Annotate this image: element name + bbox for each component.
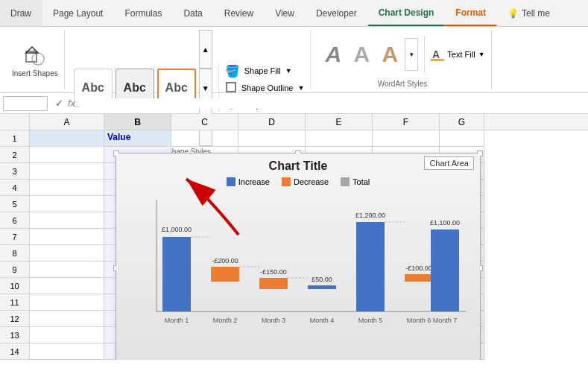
- text-fill-button[interactable]: A Text Fill ▼: [431, 48, 484, 61]
- cell-a2[interactable]: [30, 147, 104, 163]
- legend-increase-dot: [227, 177, 235, 186]
- cell-a14[interactable]: [30, 344, 104, 360]
- name-box[interactable]: [3, 96, 48, 111]
- cell-a5[interactable]: [30, 196, 104, 212]
- bar-month2: [211, 267, 239, 282]
- row-header-1[interactable]: 1: [0, 130, 30, 147]
- label-month3: -£150.00: [260, 268, 287, 276]
- cell-a12[interactable]: [30, 311, 104, 327]
- cell-a4[interactable]: [30, 180, 104, 196]
- xlabel-4: Month 4: [310, 317, 335, 324]
- text-style-more[interactable]: ▾: [405, 38, 418, 71]
- text-fill-options: A Text Fill ▼: [431, 48, 484, 61]
- row-header-5[interactable]: 5: [0, 196, 30, 212]
- row-header-7[interactable]: 7: [0, 229, 30, 245]
- cell-e1[interactable]: [306, 130, 373, 147]
- tab-format[interactable]: Format: [445, 0, 497, 26]
- row-header-6[interactable]: 6: [0, 212, 30, 229]
- column-headers: A B C D E F G: [0, 114, 588, 130]
- row-header-13[interactable]: 13: [0, 327, 30, 344]
- label-month5: £1,200.00: [355, 212, 385, 219]
- shape-outline-icon: [225, 81, 237, 95]
- row-header-11[interactable]: 11: [0, 294, 30, 311]
- text-style-a-1[interactable]: A: [320, 38, 347, 71]
- cell-g1[interactable]: [440, 130, 484, 147]
- shape-outline-dropdown-icon[interactable]: ▼: [297, 84, 304, 92]
- wordart-group-label: WordArt Styles: [378, 80, 428, 89]
- tab-data[interactable]: Data: [173, 0, 213, 26]
- cell-b1[interactable]: Value: [104, 130, 171, 147]
- tab-tell-me[interactable]: 💡 Tell me: [497, 0, 561, 26]
- tab-review[interactable]: Review: [214, 0, 265, 26]
- cell-a9[interactable]: [30, 262, 104, 278]
- row-header-2[interactable]: 2: [0, 147, 30, 163]
- col-header-f[interactable]: F: [373, 114, 440, 130]
- tab-chart-design[interactable]: Chart Design: [368, 0, 446, 26]
- chart-container[interactable]: Chart Area Chart Title Increase Decrease…: [116, 153, 481, 360]
- tab-developer[interactable]: Developer: [306, 0, 368, 26]
- shape-outline-button[interactable]: Shape Outline ▼: [225, 81, 305, 95]
- cell-d1[interactable]: [238, 130, 306, 147]
- shape-outline-label: Shape Outline: [241, 83, 294, 92]
- xlabel-6: Month 6: [407, 317, 431, 324]
- text-style-buttons: A A A ▾: [320, 38, 418, 71]
- cell-a6[interactable]: [30, 212, 104, 229]
- text-style-a-2[interactable]: A: [348, 38, 375, 71]
- cell-a11[interactable]: [30, 294, 104, 311]
- col-header-a[interactable]: A: [30, 114, 104, 130]
- cell-a10[interactable]: [30, 278, 104, 294]
- cell-a13[interactable]: [30, 327, 104, 344]
- ribbon-tabs: Draw Page Layout Formulas Data Review Vi…: [0, 0, 588, 27]
- col-header-b[interactable]: B: [104, 114, 171, 130]
- row-header-9[interactable]: 9: [0, 262, 30, 278]
- tab-page-layout[interactable]: Page Layout: [42, 0, 114, 26]
- row-header-14[interactable]: 14: [0, 344, 30, 360]
- xlabel-1: Month 1: [165, 317, 189, 324]
- formula-input[interactable]: [80, 98, 585, 109]
- row-header-12[interactable]: 12: [0, 311, 30, 327]
- cell-a1[interactable]: [30, 130, 104, 147]
- row-header-3[interactable]: 3: [0, 163, 30, 180]
- insert-shapes-content: Insert Shapes: [12, 30, 58, 89]
- row-headers: 1 2 3 4 5 6 7 8 9 10 11 12 13 14: [0, 130, 30, 360]
- bar-month6: [405, 274, 433, 282]
- legend-decrease-label: Decrease: [294, 177, 329, 186]
- cell-a8[interactable]: [30, 245, 104, 262]
- legend-decrease: Decrease: [282, 177, 329, 186]
- cell-a7[interactable]: [30, 229, 104, 245]
- bar-month4: [308, 285, 336, 289]
- label-month6: -£100.00: [405, 265, 432, 272]
- text-fill-dropdown[interactable]: ▼: [478, 51, 485, 58]
- cell-f1[interactable]: [373, 130, 440, 147]
- row-header-8[interactable]: 8: [0, 245, 30, 262]
- text-style-a-3[interactable]: A: [376, 38, 403, 71]
- label-month4: £50.00: [312, 276, 332, 283]
- col-header-g[interactable]: G: [440, 114, 484, 130]
- shape-style-2-label: Abc: [124, 81, 146, 95]
- legend-total-dot: [341, 177, 350, 186]
- shape-style-1-label: Abc: [82, 81, 104, 95]
- text-fill-icon: A: [431, 48, 444, 61]
- cell-c1[interactable]: [171, 130, 238, 147]
- tab-draw[interactable]: Draw: [0, 0, 42, 26]
- spreadsheet-area: A B C D E F G 1 2 3 4 5 6 7 8 9 10 11 12…: [0, 114, 588, 360]
- tab-view[interactable]: View: [265, 0, 306, 26]
- tab-formulas[interactable]: Formulas: [114, 0, 173, 26]
- col-header-d[interactable]: D: [238, 114, 306, 130]
- col-header-c[interactable]: C: [171, 114, 238, 130]
- row-header-4[interactable]: 4: [0, 180, 30, 196]
- label-month2: -£200.00: [212, 257, 238, 265]
- shape-fill-icon: 🪣: [225, 64, 240, 78]
- xlabel-3: Month 3: [262, 317, 286, 324]
- shape-fill-dropdown-icon[interactable]: ▼: [285, 67, 292, 75]
- chart-area-label: Chart Area: [424, 156, 474, 170]
- cell-a3[interactable]: [30, 163, 104, 180]
- row-header-corner: [0, 114, 30, 130]
- insert-shapes-button[interactable]: Insert Shapes: [12, 42, 58, 77]
- style-scroll-up[interactable]: ▲: [199, 30, 212, 69]
- ribbon-body: Insert Shapes Abc Abc Abc ▲ ▼ ▾: [0, 27, 588, 92]
- insert-shapes-label: Insert Shapes: [12, 69, 58, 77]
- shape-fill-button[interactable]: 🪣 Shape Fill ▼: [225, 64, 305, 78]
- row-header-10[interactable]: 10: [0, 278, 30, 294]
- col-header-e[interactable]: E: [306, 114, 373, 130]
